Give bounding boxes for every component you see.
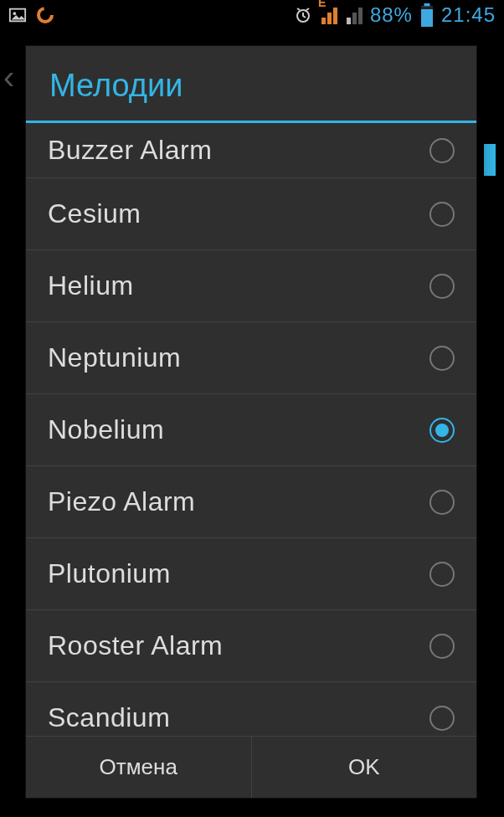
ringtone-item[interactable]: Cesium: [26, 178, 476, 250]
ringtone-item[interactable]: Buzzer Alarm: [26, 123, 476, 178]
radio-icon[interactable]: [429, 274, 455, 299]
svg-point-1: [13, 12, 17, 15]
ok-button[interactable]: OK: [252, 737, 477, 798]
ringtone-label: Piezo Alarm: [48, 486, 195, 517]
ringtone-label: Plutonium: [48, 558, 171, 589]
ringtone-label: Cesium: [48, 198, 141, 229]
background-accent: [484, 144, 496, 176]
clock-time: 21:45: [441, 3, 496, 27]
ringtone-item[interactable]: Rooster Alarm: [26, 610, 476, 682]
back-chevron-icon: ‹: [3, 59, 14, 96]
svg-point-2: [39, 8, 52, 22]
ringtone-label: Helium: [48, 270, 134, 301]
ringtone-label: Buzzer Alarm: [48, 135, 212, 166]
ringtone-label: Nobelium: [48, 414, 164, 445]
dialog-title: Мелодии: [26, 46, 476, 121]
svg-rect-5: [421, 7, 433, 28]
radio-icon[interactable]: [429, 202, 455, 227]
alarm-icon: [293, 5, 313, 25]
ringtone-item[interactable]: Scandium: [26, 682, 476, 736]
dialog-button-bar: Отмена OK: [26, 736, 476, 798]
radio-icon[interactable]: [429, 490, 455, 515]
radio-icon[interactable]: [429, 346, 455, 371]
ringtone-item[interactable]: Helium: [26, 250, 476, 322]
battery-icon: [419, 3, 435, 27]
ringtone-label: Rooster Alarm: [48, 630, 223, 661]
ringtone-dialog: Мелодии Buzzer AlarmCesiumHeliumNeptuniu…: [25, 45, 477, 799]
ringtone-item[interactable]: Neptunium: [26, 322, 476, 394]
picture-icon: [8, 6, 27, 24]
network-type-label: E: [318, 0, 326, 9]
battery-percent: 88%: [370, 3, 413, 27]
radio-icon[interactable]: [429, 706, 455, 731]
ringtone-label: Scandium: [48, 702, 170, 733]
status-bar: E 88% 21:45: [0, 0, 504, 30]
radio-icon[interactable]: [429, 138, 455, 163]
signal-2-icon: [345, 6, 363, 24]
cancel-button[interactable]: Отмена: [26, 737, 252, 798]
loading-icon: [35, 5, 55, 25]
ringtone-item[interactable]: Plutonium: [26, 538, 476, 610]
radio-icon[interactable]: [429, 634, 455, 659]
radio-icon[interactable]: [429, 562, 455, 587]
ringtone-list[interactable]: Buzzer AlarmCesiumHeliumNeptuniumNobeliu…: [26, 123, 476, 736]
ringtone-label: Neptunium: [48, 342, 181, 373]
svg-rect-6: [421, 7, 433, 10]
ringtone-item[interactable]: Piezo Alarm: [26, 466, 476, 538]
ringtone-item[interactable]: Nobelium: [26, 394, 476, 466]
svg-rect-4: [424, 3, 429, 7]
radio-icon[interactable]: [429, 418, 455, 443]
